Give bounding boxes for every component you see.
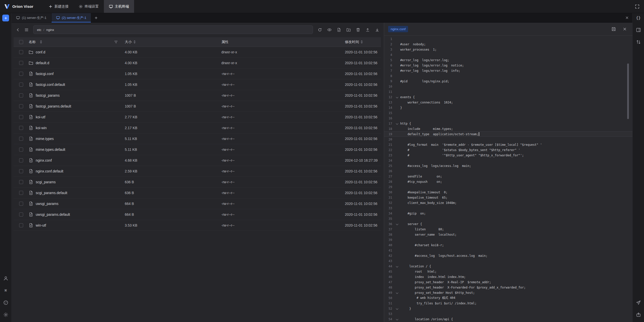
file-row[interactable]: fastcgi.conf 1.05 KB -rw-r--r-- 2020-11-… — [14, 68, 381, 79]
file-row[interactable]: win-utf 3.53 KB -rw-r--r-- 2020-11-01 10… — [14, 220, 381, 231]
row-checkbox[interactable] — [19, 212, 23, 217]
code-line[interactable]: 10 — [384, 84, 632, 89]
code-line[interactable]: 50 # web history 模式 404 — [384, 295, 632, 301]
nav-host-terminal[interactable]: 主机终端 — [104, 0, 134, 13]
new-file-icon[interactable] — [335, 26, 343, 33]
code-line[interactable]: 44 location / { — [384, 264, 632, 269]
code-line[interactable]: 47 proxy_set_header X-Real-IP $remote_ad… — [384, 279, 632, 285]
upload-box-icon[interactable] — [636, 312, 641, 317]
refresh-icon[interactable] — [316, 26, 324, 33]
code-line[interactable]: 37 listen 80; — [384, 227, 632, 232]
save-file-icon[interactable] — [610, 25, 617, 33]
file-row[interactable]: fastcgi.conf.default 1.05 KB -rw-r--r-- … — [14, 79, 381, 90]
command-palette-icon[interactable]: ⌘ — [3, 288, 9, 293]
row-checkbox[interactable] — [19, 180, 23, 184]
code-line[interactable]: 34 #gzip on; — [384, 211, 632, 216]
transfer-list-icon[interactable] — [636, 39, 641, 45]
code-line[interactable]: 20 — [384, 137, 632, 142]
col-size-header[interactable]: 大小 — [125, 40, 132, 44]
close-panel-icon[interactable] — [622, 13, 632, 22]
file-row[interactable]: fastcgi_params.default 1007 B -rw-r--r--… — [14, 101, 381, 112]
fold-chevron-icon[interactable] — [394, 318, 400, 320]
new-tab-icon[interactable] — [91, 13, 101, 22]
breadcrumb-segment[interactable]: etc — [37, 28, 41, 32]
command-snippets-icon[interactable]: {} — [636, 15, 641, 21]
sort-size-icon[interactable] — [134, 40, 136, 44]
code-line[interactable]: 31 keepalive_timeout 65; — [384, 195, 632, 200]
fullscreen-icon[interactable] — [630, 4, 644, 9]
sftp-panel-icon[interactable] — [636, 27, 641, 33]
row-checkbox[interactable] — [19, 158, 23, 162]
code-line[interactable]: 41 — [384, 248, 632, 253]
file-row[interactable]: uwsgi_params 664 B -rw-r--r-- 2020-11-01… — [14, 198, 381, 209]
row-checkbox[interactable] — [19, 202, 23, 206]
code-line[interactable]: 35 — [384, 216, 632, 221]
file-row[interactable]: uwsgi_params.default 664 B -rw-r--r-- 20… — [14, 209, 381, 220]
code-line[interactable]: 15 — [384, 110, 632, 116]
code-line[interactable]: 7#error_log logs/error.log info; — [384, 68, 632, 73]
user-icon[interactable] — [3, 276, 9, 281]
filter-icon[interactable] — [114, 40, 118, 44]
settings-gear-icon[interactable] — [3, 312, 9, 317]
file-row[interactable]: fastcgi_params 1007 B -rw-r--r-- 2020-11… — [14, 90, 381, 101]
open-file-badge[interactable]: nginx.conf — [388, 26, 408, 32]
code-line[interactable]: 22 # '$status $body_bytes_sent "$http_re… — [384, 147, 632, 153]
code-line[interactable]: 29 — [384, 184, 632, 190]
row-checkbox[interactable] — [19, 126, 23, 130]
code-line[interactable]: 23 # '"$http_user_agent" "$http_x_forwar… — [384, 153, 632, 158]
code-line[interactable]: 5#error_log logs/error.log; — [384, 57, 632, 63]
code-line[interactable]: 40 #charset koi8-r; — [384, 242, 632, 248]
code-line[interactable]: 51 try_files $uri $uri/ /index.html; — [384, 301, 632, 306]
code-editor[interactable]: 12#user nobody;3worker_processes 1;45#er… — [384, 36, 632, 322]
row-checkbox[interactable] — [19, 169, 23, 173]
row-checkbox[interactable] — [19, 72, 23, 76]
code-line[interactable]: 9#pid logs/nginx.pid; — [384, 79, 632, 84]
code-line[interactable]: 3worker_processes 1; — [384, 47, 632, 52]
fold-chevron-icon[interactable] — [394, 292, 400, 294]
file-row[interactable]: conf.d 4.00 KB drwxr-xr-x 2020-11-01 10:… — [14, 47, 381, 58]
breadcrumb-segment[interactable]: nginx — [46, 28, 54, 32]
code-line[interactable]: 49 proxy_set_header Host $http_host; — [384, 290, 632, 295]
code-line[interactable]: 12events { — [384, 94, 632, 100]
code-line[interactable]: 48 proxy_set_header X-Forwarded-For $pro… — [384, 285, 632, 290]
code-line[interactable]: 18 include mime.types; — [384, 126, 632, 131]
code-line[interactable]: 25 #access_log logs/access.log main; — [384, 163, 632, 168]
code-line[interactable]: 32 client_max_body_size 1048m; — [384, 200, 632, 205]
file-row[interactable]: nginx.conf.default 2.59 KB -rw-r--r-- 20… — [14, 166, 381, 177]
code-line[interactable]: 39 — [384, 237, 632, 242]
row-checkbox[interactable] — [19, 148, 23, 152]
code-line[interactable]: 28 #tcp_nopush on; — [384, 179, 632, 184]
code-line[interactable]: 21 #log_format main '$remote_addr - $rem… — [384, 142, 632, 147]
row-checkbox[interactable] — [19, 191, 23, 195]
code-line[interactable]: 6#error_log logs/error.log notice; — [384, 63, 632, 68]
sort-name-icon[interactable] — [40, 40, 42, 44]
code-line[interactable]: 24 — [384, 158, 632, 163]
new-folder-icon[interactable] — [345, 26, 352, 33]
close-editor-icon[interactable] — [621, 25, 628, 33]
delete-icon[interactable] — [354, 26, 362, 33]
code-line[interactable]: 17http { — [384, 121, 632, 126]
code-line[interactable]: 13 worker_connections 1024; — [384, 100, 632, 105]
code-line[interactable]: 19 default_type application/octet-stream… — [384, 131, 632, 137]
tab-server-1[interactable]: (1) server-生产-1 — [12, 13, 51, 22]
fold-chevron-icon[interactable] — [394, 308, 400, 309]
fold-chevron-icon[interactable] — [394, 223, 400, 225]
select-all-checkbox[interactable] — [19, 40, 23, 44]
code-line[interactable]: 27 sendfile on; — [384, 174, 632, 179]
code-line[interactable]: 36 server { — [384, 221, 632, 227]
back-icon[interactable] — [14, 26, 22, 33]
row-checkbox[interactable] — [19, 83, 23, 87]
code-line[interactable]: 46 index index.html index.htm; — [384, 274, 632, 279]
file-row[interactable]: nginx.conf 4.68 KB -rw-r--r-- 2024-12-10… — [14, 155, 381, 166]
file-row[interactable]: mime.types.default 5.11 KB -rw-r--r-- 20… — [14, 144, 381, 155]
row-checkbox[interactable] — [19, 104, 23, 108]
col-name-header[interactable]: 名称 — [29, 40, 36, 44]
upload-icon[interactable] — [364, 26, 371, 33]
code-line[interactable]: 33 — [384, 205, 632, 211]
path-breadcrumb[interactable]: etc / nginx — [33, 25, 313, 34]
code-line[interactable]: 54 location /orion/api { — [384, 316, 632, 322]
row-checkbox[interactable] — [19, 61, 23, 65]
file-row[interactable]: scgi_params.default 636 B -rw-r--r-- 202… — [14, 188, 381, 198]
row-checkbox[interactable] — [19, 223, 23, 227]
code-line[interactable]: 43 — [384, 258, 632, 264]
